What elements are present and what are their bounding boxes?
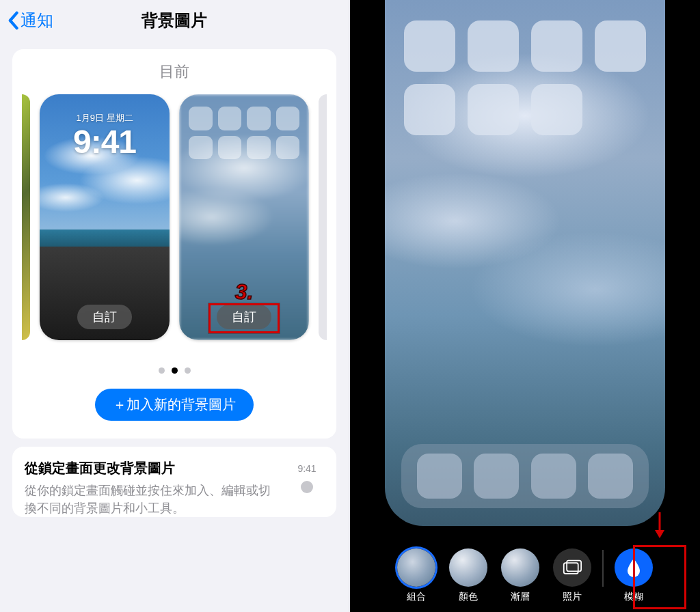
change-from-lockscreen-tip: 從鎖定畫面更改背景圖片 從你的鎖定畫面觸碰並按住來加入、編輯或切換不同的背景圖片… [12,447,336,517]
page-dot[interactable] [159,367,165,374]
carousel-peek-prev[interactable] [22,94,30,340]
wallpaper-carousel[interactable]: 1月9日 星期二 9:41 自訂 [12,94,336,361]
app-placeholder [247,136,271,160]
app-placeholder [218,136,242,160]
page-dot[interactable] [185,367,191,374]
settings-wallpaper-pane: 通知 背景圖片 目前 1月9日 星期二 9:41 自訂 [0,0,350,612]
svg-rect-3 [567,560,581,571]
app-placeholder [276,107,300,130]
toolbar-color[interactable]: 顏色 [449,548,487,603]
lockscreen-customize-button[interactable]: 自訂 [77,305,132,329]
toolbar-gradient-label: 漸層 [511,591,530,603]
carousel-peek-next[interactable] [319,94,327,340]
app-placeholder [189,136,213,160]
wallpaper-editor-pane: 組合 顏色 漸層 照片 模糊 [350,0,700,612]
homescreen-app-grid [179,107,309,159]
color-icon [449,548,487,587]
lockscreen-preview[interactable]: 1月9日 星期二 9:41 自訂 [40,94,170,340]
toolbar-gradient[interactable]: 漸層 [501,548,539,603]
dock-app-placeholder [531,454,576,499]
dock-app-placeholder [588,454,633,499]
back-label: 通知 [21,10,53,31]
app-placeholder [531,84,582,135]
svg-marker-1 [655,530,664,538]
photo-icon [553,548,591,587]
dock-app-placeholder [417,454,462,499]
app-placeholder [468,84,519,135]
tip-mini-circle [301,481,313,493]
lockscreen-time: 9:41 [40,123,170,161]
app-placeholder [404,84,455,135]
tutorial-highlight-blur [633,545,686,609]
editor-phone-preview[interactable] [385,0,665,526]
editor-dock [401,444,649,508]
page-dot-active[interactable] [172,367,178,374]
toolbar-photo[interactable]: 照片 [553,548,591,603]
app-placeholder [276,136,300,160]
back-button[interactable]: 通知 [7,10,53,31]
gradient-icon [501,548,539,587]
toolbar-sets[interactable]: 組合 [397,548,435,603]
tip-body: 從你的鎖定畫面觸碰並按住來加入、編輯或切換不同的背景圖片和小工具。 [25,482,280,517]
app-placeholder [247,107,271,130]
app-placeholder [404,20,455,72]
toolbar-color-label: 顏色 [459,591,478,603]
app-placeholder [468,20,519,72]
sets-icon [397,548,435,587]
tutorial-highlight [208,303,280,333]
svg-rect-2 [564,563,578,574]
add-new-wallpaper-button[interactable]: ＋加入新的背景圖片 [95,389,254,421]
app-placeholder [531,20,582,72]
app-placeholder [595,20,646,72]
app-placeholder [189,107,213,130]
toolbar-separator [602,550,604,587]
app-placeholder [218,107,242,130]
current-label: 目前 [12,61,336,82]
tutorial-arrow [654,511,666,541]
chevron-left-icon [7,11,19,30]
toolbar-photo-label: 照片 [563,591,582,603]
dock-app-placeholder [474,454,519,499]
toolbar-sets-label: 組合 [407,591,426,603]
homescreen-preview[interactable]: 3. 自訂 [179,94,309,340]
editor-app-grid [385,20,665,135]
nav-bar: 通知 背景圖片 [0,0,349,41]
tip-mini-time: 9:41 [290,463,324,474]
carousel-page-dots [12,367,336,374]
tip-title: 從鎖定畫面更改背景圖片 [25,459,280,477]
tip-mini-preview: 9:41 [290,459,324,493]
tutorial-step-marker: 3. [235,279,254,305]
current-wallpaper-card: 目前 1月9日 星期二 9:41 自訂 [12,49,336,439]
